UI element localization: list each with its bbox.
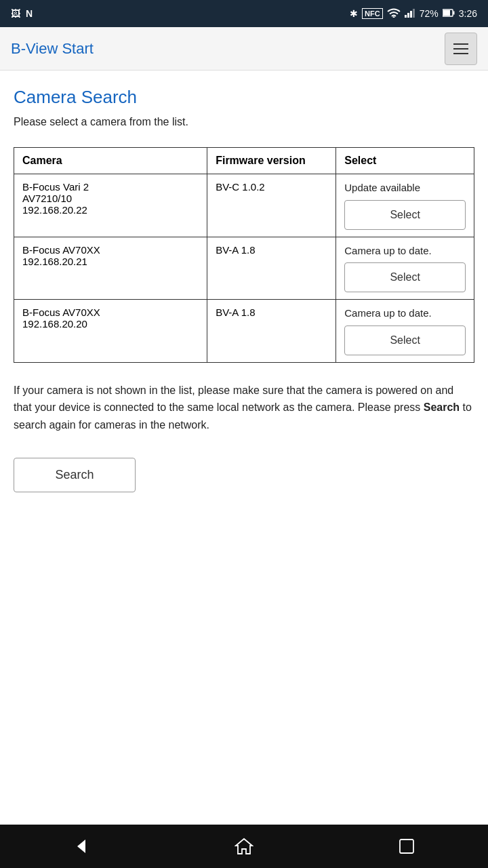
home-button[interactable] (229, 831, 259, 861)
select-button-2[interactable]: Select (344, 262, 466, 292)
page-subtitle: Please select a camera from the list. (14, 116, 474, 128)
firmware-3: BV-A 1.8 (207, 300, 336, 363)
svg-rect-10 (400, 840, 413, 853)
home-icon (235, 837, 253, 856)
camera-name-2: B-Focus AV70XX192.168.20.21 (14, 237, 207, 300)
recents-button[interactable] (392, 831, 422, 861)
app-title: B-View Start (11, 40, 94, 58)
back-button[interactable] (66, 831, 96, 861)
image-icon: 🖼 (11, 8, 20, 19)
svg-marker-8 (77, 840, 85, 853)
page-heading: Camera Search (14, 87, 474, 108)
hamburger-line (453, 43, 468, 45)
firmware-2: BV-A 1.8 (207, 237, 336, 300)
camera-name-1: B-Focus Vari 2AV7210/10192.168.20.22 (14, 174, 207, 237)
n-icon: N (26, 8, 33, 19)
select-button-1[interactable]: Select (344, 200, 466, 230)
svg-rect-3 (410, 11, 412, 18)
col-header-select: Select (336, 148, 474, 174)
hamburger-line (453, 48, 468, 50)
select-col-3: Camera up to date. Select (336, 300, 474, 363)
status-text-3: Camera up to date. (344, 307, 466, 320)
hamburger-line (453, 53, 468, 54)
select-button-3[interactable]: Select (344, 326, 466, 355)
main-content: Camera Search Please select a camera fro… (0, 71, 488, 825)
back-icon (72, 837, 91, 856)
status-right: ✱ NFC 72% 3:26 (350, 8, 477, 20)
svg-rect-1 (405, 15, 407, 18)
battery-icon (443, 8, 455, 19)
clock: 3:26 (459, 8, 477, 19)
camera-table: Camera Firmware version Select B-Focus V… (14, 147, 474, 363)
select-col-2: Camera up to date. Select (336, 237, 474, 300)
nfc-icon: NFC (362, 8, 383, 19)
svg-rect-2 (407, 13, 409, 18)
bottom-nav (0, 825, 488, 868)
svg-point-0 (392, 16, 394, 18)
svg-marker-9 (236, 839, 252, 854)
status-text-1: Update available (344, 181, 466, 195)
recents-icon (397, 837, 416, 856)
svg-rect-6 (443, 10, 450, 16)
menu-button[interactable] (445, 33, 477, 65)
select-col-1: Update available Select (336, 174, 474, 237)
info-paragraph: If your camera is not shown in the list,… (14, 382, 474, 434)
col-header-camera: Camera (14, 148, 207, 174)
search-button[interactable]: Search (14, 458, 136, 492)
status-bar: 🖼 N ✱ NFC 72% (0, 0, 488, 27)
status-text-2: Camera up to date. (344, 244, 466, 258)
firmware-1: BV-C 1.0.2 (207, 174, 336, 237)
app-bar: B-View Start (0, 27, 488, 71)
table-row: B-Focus Vari 2AV7210/10192.168.20.22 BV-… (14, 174, 474, 237)
svg-rect-7 (453, 12, 454, 15)
table-row: B-Focus AV70XX192.168.20.20 BV-A 1.8 Cam… (14, 300, 474, 363)
battery-percent: 72% (420, 8, 439, 19)
wifi-icon (387, 8, 401, 20)
table-row: B-Focus AV70XX192.168.20.21 BV-A 1.8 Cam… (14, 237, 474, 300)
svg-rect-4 (413, 9, 415, 18)
signal-icon (405, 8, 415, 20)
bluetooth-icon: ✱ (350, 8, 358, 19)
search-bold: Search (424, 401, 460, 413)
camera-name-3: B-Focus AV70XX192.168.20.20 (14, 300, 207, 363)
status-left-icons: 🖼 N (11, 8, 33, 19)
col-header-firmware: Firmware version (207, 148, 336, 174)
